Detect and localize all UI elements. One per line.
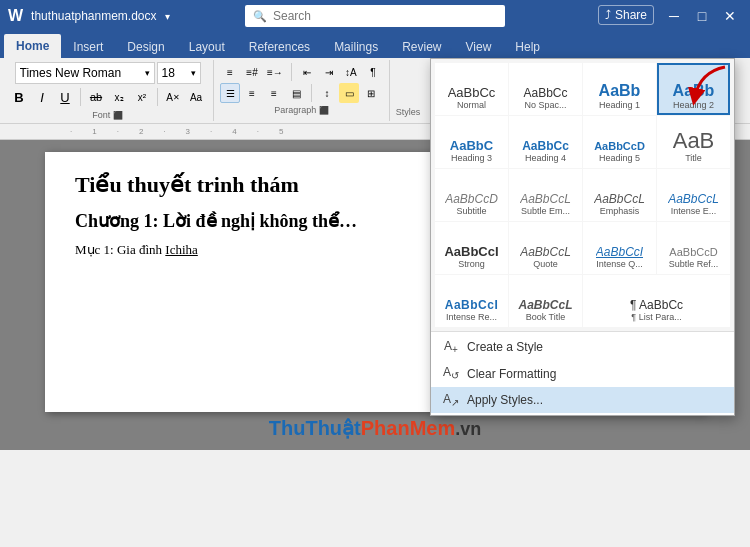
- style-subtle-em-label: Subtle Em...: [521, 207, 570, 217]
- align-center-button[interactable]: ≡: [242, 83, 262, 103]
- tab-review[interactable]: Review: [390, 36, 453, 58]
- titlebar-right: ⤴ Share ─ □ ✕: [598, 4, 742, 28]
- style-heading2[interactable]: AaBb Heading 2: [657, 63, 730, 115]
- style-subtle-em[interactable]: AaBbCcL Subtle Em...: [509, 169, 582, 221]
- style-quote[interactable]: AaBbCcL Quote: [509, 222, 582, 274]
- tab-layout[interactable]: Layout: [177, 36, 237, 58]
- styles-panel: AaBbCc Normal AaBbCc No Spac... AaBb Hea…: [430, 58, 735, 416]
- line-spacing-button[interactable]: ↕: [317, 83, 337, 103]
- titlebar-left: W thuthuatphanmem.docx ▾: [8, 7, 170, 25]
- superscript-button[interactable]: x²: [131, 86, 153, 108]
- styles-grid: AaBbCc Normal AaBbCc No Spac... AaBb Hea…: [431, 59, 734, 331]
- search-area: 🔍: [245, 5, 505, 27]
- watermark-domain: .vn: [455, 419, 481, 439]
- style-list-para[interactable]: ¶ AaBbCc ¶ List Para...: [583, 275, 730, 327]
- tab-insert[interactable]: Insert: [61, 36, 115, 58]
- style-book-title[interactable]: AaBbCcL Book Title: [509, 275, 582, 327]
- strikethrough-button[interactable]: ab: [85, 86, 107, 108]
- shading-button[interactable]: ▭: [339, 83, 359, 103]
- text-case-button[interactable]: Aa: [185, 86, 207, 108]
- apply-styles-icon: A↗: [443, 392, 459, 408]
- style-heading3-label: Heading 3: [451, 154, 492, 164]
- style-heading4-preview: AaBbCc: [522, 140, 569, 152]
- style-subtitle-label: Subtitle: [456, 207, 486, 217]
- outline-list-button[interactable]: ≡→: [264, 62, 286, 82]
- font-size-selector[interactable]: 18 ▾: [157, 62, 201, 84]
- tab-help[interactable]: Help: [503, 36, 552, 58]
- style-strong-label: Strong: [458, 260, 485, 270]
- style-list-para-preview: ¶ AaBbCc: [630, 299, 683, 311]
- clear-formatting-item[interactable]: A↺ Clear Formatting: [431, 360, 734, 386]
- numbered-list-button[interactable]: ≡#: [242, 62, 262, 82]
- style-subtle-ref[interactable]: AaBbCcD Subtle Ref...: [657, 222, 730, 274]
- align-right-button[interactable]: ≡: [264, 83, 284, 103]
- watermark: ThuThuậtPhanMem.vn: [0, 416, 750, 440]
- align-left-button[interactable]: ☰: [220, 83, 240, 103]
- style-normal-label: Normal: [457, 101, 486, 111]
- decrease-indent-button[interactable]: ⇤: [297, 62, 317, 82]
- style-nospace[interactable]: AaBbCc No Spac...: [509, 63, 582, 115]
- watermark-mem: Mem: [410, 417, 456, 439]
- restore-button[interactable]: □: [690, 4, 714, 28]
- border-button[interactable]: ⊞: [361, 83, 381, 103]
- style-intense-q[interactable]: AaBbCcI Intense Q...: [583, 222, 656, 274]
- increase-indent-button[interactable]: ⇥: [319, 62, 339, 82]
- justify-button[interactable]: ▤: [286, 83, 306, 103]
- subscript-button[interactable]: x₂: [108, 86, 130, 108]
- style-subtitle[interactable]: AaBbCcD Subtitle: [435, 169, 508, 221]
- font-family-selector[interactable]: Times New Roman ▾: [15, 62, 155, 84]
- separator: [80, 88, 81, 106]
- style-heading5[interactable]: AaBbCcD Heading 5: [583, 116, 656, 168]
- style-strong[interactable]: AaBbCcI Strong: [435, 222, 508, 274]
- style-normal[interactable]: AaBbCc Normal: [435, 63, 508, 115]
- ruler-mark: 3: [186, 127, 190, 136]
- style-title-label: Title: [685, 154, 702, 164]
- separator2: [157, 88, 158, 106]
- style-intense-e[interactable]: AaBbCcL Intense E...: [657, 169, 730, 221]
- ruler-mark: ·: [117, 127, 119, 136]
- style-title[interactable]: AaB Title: [657, 116, 730, 168]
- search-input[interactable]: [273, 9, 497, 23]
- bullet-list-button[interactable]: ≡: [220, 62, 240, 82]
- search-box[interactable]: 🔍: [245, 5, 505, 27]
- tab-view[interactable]: View: [454, 36, 504, 58]
- show-marks-button[interactable]: ¶: [363, 62, 383, 82]
- ribbon-tabs: Home Insert Design Layout References Mai…: [0, 32, 750, 58]
- apply-styles-item[interactable]: A↗ Apply Styles...: [431, 387, 734, 413]
- styles-group-label: Styles: [396, 107, 421, 117]
- italic-button[interactable]: I: [31, 86, 53, 108]
- style-heading2-label: Heading 2: [673, 101, 714, 111]
- style-heading4[interactable]: AaBbCc Heading 4: [509, 116, 582, 168]
- style-nospace-preview: AaBbCc: [523, 87, 567, 99]
- style-subtitle-preview: AaBbCcD: [445, 193, 498, 205]
- filename-dropdown-icon[interactable]: ▾: [165, 11, 170, 22]
- minimize-button[interactable]: ─: [662, 4, 686, 28]
- sort-button[interactable]: ↕A: [341, 62, 361, 82]
- bold-button[interactable]: B: [8, 86, 30, 108]
- style-heading1-preview: AaBb: [599, 83, 641, 99]
- underline-button[interactable]: U: [54, 86, 76, 108]
- clear-format-button[interactable]: A✕: [162, 86, 184, 108]
- style-emphasis[interactable]: AaBbCcL Emphasis: [583, 169, 656, 221]
- share-button[interactable]: ⤴ Share: [598, 5, 654, 25]
- style-intense-re[interactable]: AaBbCcI Intense Re...: [435, 275, 508, 327]
- para-group-label: Paragraph ⬛: [274, 105, 329, 115]
- close-button[interactable]: ✕: [718, 4, 742, 28]
- style-heading5-label: Heading 5: [599, 154, 640, 164]
- style-subtle-ref-preview: AaBbCcD: [669, 247, 717, 258]
- create-style-item[interactable]: A+ Create a Style: [431, 334, 734, 360]
- tab-design[interactable]: Design: [115, 36, 176, 58]
- ribbon-group-font: Times New Roman ▾ 18 ▾ B I U ab x₂ x² A✕…: [4, 60, 214, 121]
- tab-mailings[interactable]: Mailings: [322, 36, 390, 58]
- style-emphasis-preview: AaBbCcL: [594, 193, 645, 205]
- ruler-mark: 1: [92, 127, 96, 136]
- font-row2: B I U ab x₂ x² A✕ Aa: [8, 86, 207, 108]
- style-heading3[interactable]: AaBbC Heading 3: [435, 116, 508, 168]
- tab-home[interactable]: Home: [4, 34, 61, 58]
- ruler-mark: ·: [70, 127, 72, 136]
- doc-heading2-text: Chương 1: Lời đề nghị không thể: [75, 211, 339, 231]
- tab-references[interactable]: References: [237, 36, 322, 58]
- style-quote-preview: AaBbCcL: [520, 246, 571, 258]
- style-heading1[interactable]: AaBb Heading 1: [583, 63, 656, 115]
- style-heading5-preview: AaBbCcD: [594, 141, 645, 152]
